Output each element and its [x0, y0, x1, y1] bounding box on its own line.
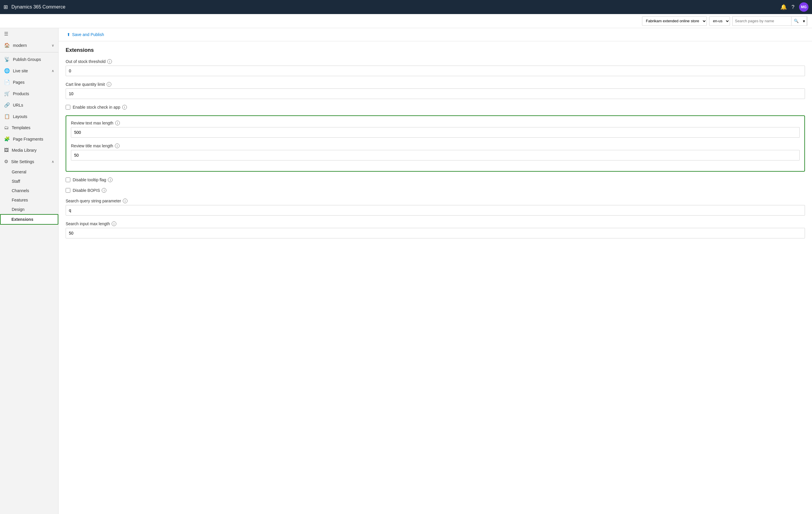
enable-stock-check-row: Enable stock check in app i	[66, 105, 805, 110]
sidebar-separator-1	[0, 52, 58, 53]
layouts-icon: 📋	[4, 114, 10, 119]
field-group-cart-line-quantity: Cart line quantity limit i	[66, 82, 805, 99]
sidebar-item-layouts[interactable]: 📋 Layouts	[0, 111, 58, 122]
pages-icon: 📄	[4, 79, 10, 85]
disable-bopis-info-icon[interactable]: i	[102, 188, 106, 193]
search-dropdown-button[interactable]: ▾	[801, 17, 807, 26]
disable-tooltip-checkbox[interactable]	[66, 178, 70, 182]
sidebar-item-pages[interactable]: 📄 Pages	[0, 77, 58, 88]
out-of-stock-input[interactable]	[66, 66, 805, 76]
field-group-out-of-stock: Out of stock threshold i	[66, 59, 805, 76]
sidebar-item-live-site[interactable]: 🌐 Live site ∧	[0, 65, 58, 77]
review-text-info-icon[interactable]: i	[115, 121, 120, 125]
urls-icon: 🔗	[4, 102, 10, 108]
disable-bopis-checkbox[interactable]	[66, 188, 70, 193]
sidebar-item-media-library[interactable]: 🖼 Media Library	[0, 145, 58, 156]
enable-stock-check-label: Enable stock check in app i	[73, 105, 127, 110]
disable-bopis-label: Disable BOPIS i	[73, 188, 106, 193]
save-publish-icon: ⬆	[67, 32, 70, 37]
enable-stock-info-icon[interactable]: i	[122, 105, 127, 110]
subheader: Fabrikam extended online store en-us 🔍 ▾	[0, 14, 812, 28]
media-library-icon: 🖼	[4, 148, 9, 153]
search-query-info-icon[interactable]: i	[123, 199, 127, 203]
templates-icon: 🗂	[4, 125, 9, 130]
search-input-max-label: Search input max length i	[66, 221, 805, 226]
main-layout: ☰ 🏠 modern ∨ 📡 Publish Groups 🌐 Live sit…	[0, 28, 812, 514]
site-icon: 🏠	[4, 42, 10, 48]
review-fields-group: Review text max length i Review title ma…	[66, 115, 805, 172]
cart-line-label: Cart line quantity limit i	[66, 82, 805, 87]
sidebar-sub-features[interactable]: Features	[0, 195, 58, 205]
topbar-right: 🔔 ? MG	[780, 2, 809, 12]
content-body: Extensions Out of stock threshold i Cart…	[59, 41, 812, 514]
notification-icon[interactable]: 🔔	[780, 4, 787, 10]
sidebar-item-products[interactable]: 🛒 Products	[0, 88, 58, 99]
disable-tooltip-info-icon[interactable]: i	[108, 178, 113, 182]
field-group-search-input-max: Search input max length i	[66, 221, 805, 238]
disable-bopis-row: Disable BOPIS i	[66, 188, 805, 193]
sidebar-site-name[interactable]: 🏠 modern ∨	[0, 39, 58, 51]
sidebar-item-urls[interactable]: 🔗 URLs	[0, 99, 58, 111]
site-settings-chevron-icon: ∧	[52, 160, 54, 164]
extensions-title: Extensions	[66, 47, 805, 53]
sidebar-sub-channels[interactable]: Channels	[0, 186, 58, 195]
topbar: ⊞ Dynamics 365 Commerce 🔔 ? MG	[0, 0, 812, 14]
sidebar-item-site-settings[interactable]: ⚙ Site Settings ∧	[0, 156, 58, 167]
sidebar-sub-design[interactable]: Design	[0, 205, 58, 214]
review-title-info-icon[interactable]: i	[115, 144, 120, 148]
field-group-review-title: Review title max length i	[71, 144, 800, 160]
store-selector[interactable]: Fabrikam extended online store	[642, 17, 707, 26]
field-group-search-query: Search query string parameter i	[66, 199, 805, 216]
grid-icon[interactable]: ⊞	[3, 4, 8, 10]
sidebar-item-templates[interactable]: 🗂 Templates	[0, 122, 58, 133]
sidebar-item-page-fragments[interactable]: 🧩 Page Fragments	[0, 133, 58, 145]
sidebar-sub-staff[interactable]: Staff	[0, 177, 58, 186]
app-title: Dynamics 365 Commerce	[11, 4, 777, 10]
search-input-max-info-icon[interactable]: i	[112, 221, 116, 226]
locale-selector[interactable]: en-us	[709, 17, 730, 26]
content-header: ⬆ Save and Publish	[59, 28, 812, 41]
disable-tooltip-label: Disable tooltip flag i	[73, 178, 113, 182]
save-publish-button[interactable]: ⬆ Save and Publish	[64, 31, 106, 38]
help-icon[interactable]: ?	[791, 4, 794, 10]
review-title-label: Review title max length i	[71, 144, 800, 148]
cart-line-input[interactable]	[66, 88, 805, 99]
search-query-input[interactable]	[66, 205, 805, 216]
site-chevron-icon: ∨	[52, 43, 54, 48]
live-site-chevron-icon: ∧	[52, 69, 54, 73]
search-pages-input[interactable]	[733, 17, 791, 26]
avatar[interactable]: MG	[799, 2, 809, 12]
search-button[interactable]: 🔍	[791, 17, 801, 26]
review-text-label: Review text max length i	[71, 121, 800, 125]
publish-groups-icon: 📡	[4, 57, 10, 62]
disable-tooltip-row: Disable tooltip flag i	[66, 178, 805, 182]
sidebar-item-publish-groups[interactable]: 📡 Publish Groups	[0, 54, 58, 65]
enable-stock-check-checkbox[interactable]	[66, 105, 70, 110]
search-query-label: Search query string parameter i	[66, 199, 805, 203]
live-site-icon: 🌐	[4, 68, 10, 73]
content-area: ⬆ Save and Publish Extensions Out of sto…	[59, 28, 812, 514]
sidebar: ☰ 🏠 modern ∨ 📡 Publish Groups 🌐 Live sit…	[0, 28, 59, 514]
review-title-input[interactable]	[71, 150, 800, 160]
page-fragments-icon: 🧩	[4, 136, 10, 142]
hamburger-icon: ☰	[4, 31, 8, 37]
site-settings-icon: ⚙	[4, 159, 8, 164]
sidebar-sub-general[interactable]: General	[0, 167, 58, 177]
out-of-stock-label: Out of stock threshold i	[66, 59, 805, 64]
page-search-box: 🔍 ▾	[732, 17, 807, 26]
sidebar-hamburger[interactable]: ☰	[0, 28, 58, 39]
field-group-review-text: Review text max length i	[71, 121, 800, 138]
products-icon: 🛒	[4, 91, 10, 96]
search-input-max-input[interactable]	[66, 228, 805, 238]
out-of-stock-info-icon[interactable]: i	[107, 59, 112, 64]
cart-line-info-icon[interactable]: i	[107, 82, 111, 87]
sidebar-sub-extensions[interactable]: Extensions	[0, 214, 58, 224]
review-text-input[interactable]	[71, 127, 800, 138]
